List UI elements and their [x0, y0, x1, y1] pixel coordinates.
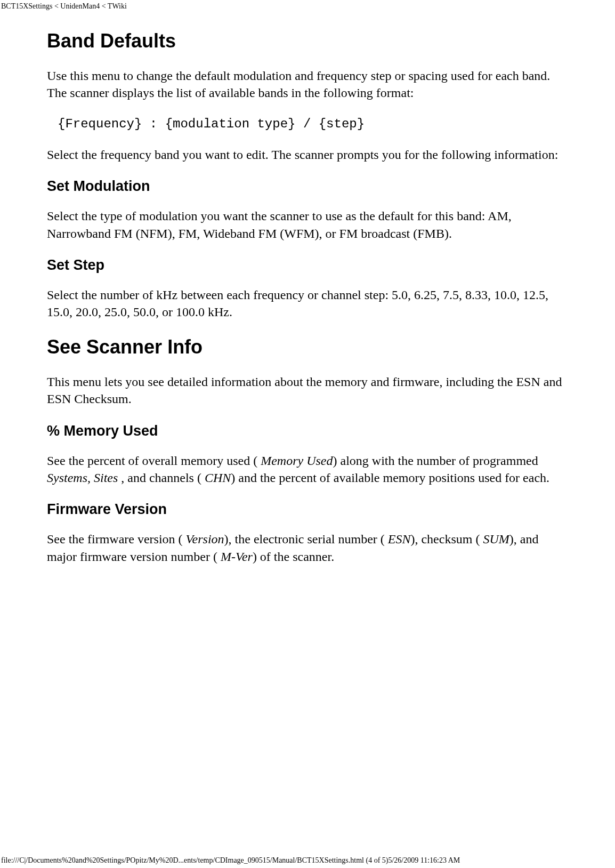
text-fragment: ) of the scanner.	[253, 550, 334, 564]
emphasis-esn: ESN	[388, 532, 411, 546]
emphasis-mver: M-Ver	[221, 550, 253, 564]
memory-used-title: % Memory Used	[47, 423, 568, 439]
text-fragment: See the percent of overall memory used (	[47, 454, 261, 468]
page-header: BCT15XSettings < UnidenMan4 < TWiki	[0, 0, 615, 11]
emphasis-memory-used: Memory Used	[261, 454, 333, 468]
set-step-body: Select the number of kHz between each fr…	[47, 286, 568, 321]
breadcrumb: BCT15XSettings < UnidenMan4 < TWiki	[1, 2, 127, 10]
memory-used-body: See the percent of overall memory used (…	[47, 452, 568, 487]
firmware-version-title: Firmware Version	[47, 501, 568, 518]
band-defaults-title: Band Defaults	[47, 30, 568, 52]
emphasis-version: Version	[186, 532, 224, 546]
band-defaults-intro: Use this menu to change the default modu…	[47, 67, 568, 102]
scanner-info-intro: This menu lets you see detailed informat…	[47, 373, 568, 408]
text-fragment: ) and the percent of available memory po…	[231, 471, 549, 485]
text-fragment: , and channels (	[118, 471, 205, 485]
scanner-info-title: See Scanner Info	[47, 336, 568, 358]
content-area: Band Defaults Use this menu to change th…	[47, 11, 568, 565]
text-fragment: ), checksum (	[410, 532, 483, 546]
set-modulation-title: Set Modulation	[47, 178, 568, 195]
emphasis-chn: CHN	[205, 471, 231, 485]
set-modulation-body: Select the type of modulation you want t…	[47, 207, 568, 242]
firmware-version-body: See the firmware version ( Version), the…	[47, 531, 568, 565]
band-defaults-prompt: Select the frequency band you want to ed…	[47, 146, 568, 163]
text-fragment: See the firmware version (	[47, 532, 186, 546]
text-fragment: ) along with the number of programmed	[333, 454, 538, 468]
emphasis-systems-sites: Systems, Sites	[47, 471, 118, 485]
set-step-title: Set Step	[47, 257, 568, 274]
band-format-code: {Frequency} : {modulation type} / {step}	[47, 117, 568, 131]
emphasis-sum: SUM	[483, 532, 509, 546]
text-fragment: ), the electronic serial number (	[224, 532, 388, 546]
